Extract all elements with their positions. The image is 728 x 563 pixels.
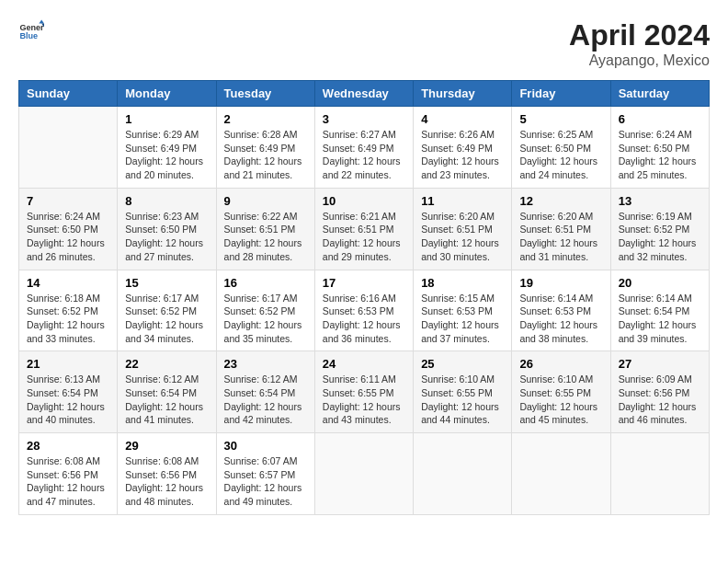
day-info: Sunrise: 6:17 AM Sunset: 6:52 PM Dayligh… xyxy=(125,292,208,346)
main-title: April 2024 xyxy=(569,18,710,52)
day-info: Sunrise: 6:07 AM Sunset: 6:57 PM Dayligh… xyxy=(224,454,307,509)
day-info: Sunrise: 6:20 AM Sunset: 6:51 PM Dayligh… xyxy=(421,210,504,264)
calendar-cell xyxy=(314,433,413,515)
day-info: Sunrise: 6:16 AM Sunset: 6:53 PM Dayligh… xyxy=(323,292,405,346)
day-info: Sunrise: 6:18 AM Sunset: 6:52 PM Dayligh… xyxy=(27,292,109,346)
calendar-cell: 3Sunrise: 6:27 AM Sunset: 6:49 PM Daylig… xyxy=(314,107,413,189)
weekday-header-thursday: Thursday xyxy=(414,81,512,107)
day-info: Sunrise: 6:23 AM Sunset: 6:50 PM Dayligh… xyxy=(125,210,208,264)
day-info: Sunrise: 6:20 AM Sunset: 6:51 PM Dayligh… xyxy=(519,210,602,264)
calendar-cell: 29Sunrise: 6:08 AM Sunset: 6:56 PM Dayli… xyxy=(118,433,216,515)
week-row-5: 28Sunrise: 6:08 AM Sunset: 6:56 PM Dayli… xyxy=(19,433,710,515)
day-info: Sunrise: 6:14 AM Sunset: 6:54 PM Dayligh… xyxy=(619,292,701,346)
svg-text:Blue: Blue xyxy=(19,31,38,40)
weekday-header-saturday: Saturday xyxy=(610,81,709,107)
day-info: Sunrise: 6:10 AM Sunset: 6:55 PM Dayligh… xyxy=(421,373,504,427)
day-number: 22 xyxy=(125,357,208,371)
subtitle: Ayapango, Mexico xyxy=(569,52,710,69)
week-row-2: 7Sunrise: 6:24 AM Sunset: 6:50 PM Daylig… xyxy=(19,188,710,270)
calendar-cell: 8Sunrise: 6:23 AM Sunset: 6:50 PM Daylig… xyxy=(118,188,216,270)
day-info: Sunrise: 6:12 AM Sunset: 6:54 PM Dayligh… xyxy=(125,373,208,427)
day-number: 21 xyxy=(27,357,109,371)
day-number: 6 xyxy=(619,112,701,126)
calendar-cell: 2Sunrise: 6:28 AM Sunset: 6:49 PM Daylig… xyxy=(216,107,314,189)
calendar-cell: 25Sunrise: 6:10 AM Sunset: 6:55 PM Dayli… xyxy=(414,351,512,433)
calendar-cell: 7Sunrise: 6:24 AM Sunset: 6:50 PM Daylig… xyxy=(19,188,118,270)
calendar-cell: 19Sunrise: 6:14 AM Sunset: 6:53 PM Dayli… xyxy=(512,270,610,351)
day-number: 1 xyxy=(125,112,208,126)
logo-icon: General Blue xyxy=(18,18,44,44)
calendar-cell: 15Sunrise: 6:17 AM Sunset: 6:52 PM Dayli… xyxy=(118,270,216,351)
day-number: 25 xyxy=(421,357,504,371)
calendar-cell xyxy=(610,433,709,515)
calendar-cell xyxy=(414,433,512,515)
day-info: Sunrise: 6:10 AM Sunset: 6:55 PM Dayligh… xyxy=(519,373,602,427)
day-info: Sunrise: 6:14 AM Sunset: 6:53 PM Dayligh… xyxy=(519,292,602,346)
day-info: Sunrise: 6:24 AM Sunset: 6:50 PM Dayligh… xyxy=(27,210,109,264)
day-number: 9 xyxy=(224,194,307,208)
weekday-header-friday: Friday xyxy=(512,81,610,107)
calendar-cell: 5Sunrise: 6:25 AM Sunset: 6:50 PM Daylig… xyxy=(512,107,610,189)
day-info: Sunrise: 6:13 AM Sunset: 6:54 PM Dayligh… xyxy=(27,373,109,427)
day-info: Sunrise: 6:27 AM Sunset: 6:49 PM Dayligh… xyxy=(323,128,405,182)
calendar-cell: 16Sunrise: 6:17 AM Sunset: 6:52 PM Dayli… xyxy=(216,270,314,351)
calendar-cell: 21Sunrise: 6:13 AM Sunset: 6:54 PM Dayli… xyxy=(19,351,118,433)
calendar-cell xyxy=(512,433,610,515)
calendar-cell: 14Sunrise: 6:18 AM Sunset: 6:52 PM Dayli… xyxy=(19,270,118,351)
calendar-table: SundayMondayTuesdayWednesdayThursdayFrid… xyxy=(18,80,710,515)
calendar-cell: 26Sunrise: 6:10 AM Sunset: 6:55 PM Dayli… xyxy=(512,351,610,433)
calendar-cell: 20Sunrise: 6:14 AM Sunset: 6:54 PM Dayli… xyxy=(610,270,709,351)
day-number: 16 xyxy=(224,276,307,290)
day-info: Sunrise: 6:21 AM Sunset: 6:51 PM Dayligh… xyxy=(323,210,405,264)
day-number: 4 xyxy=(421,112,504,126)
week-row-4: 21Sunrise: 6:13 AM Sunset: 6:54 PM Dayli… xyxy=(19,351,710,433)
calendar-cell: 24Sunrise: 6:11 AM Sunset: 6:55 PM Dayli… xyxy=(314,351,413,433)
day-info: Sunrise: 6:15 AM Sunset: 6:53 PM Dayligh… xyxy=(421,292,504,346)
day-info: Sunrise: 6:08 AM Sunset: 6:56 PM Dayligh… xyxy=(125,454,208,509)
day-number: 7 xyxy=(27,194,109,208)
day-info: Sunrise: 6:17 AM Sunset: 6:52 PM Dayligh… xyxy=(224,292,307,346)
day-number: 18 xyxy=(421,276,504,290)
day-number: 27 xyxy=(619,357,701,371)
day-info: Sunrise: 6:28 AM Sunset: 6:49 PM Dayligh… xyxy=(224,128,307,182)
day-info: Sunrise: 6:29 AM Sunset: 6:49 PM Dayligh… xyxy=(125,128,208,182)
calendar-cell: 13Sunrise: 6:19 AM Sunset: 6:52 PM Dayli… xyxy=(610,188,709,270)
day-number: 12 xyxy=(519,194,602,208)
day-number: 20 xyxy=(619,276,701,290)
calendar-cell: 1Sunrise: 6:29 AM Sunset: 6:49 PM Daylig… xyxy=(118,107,216,189)
day-number: 5 xyxy=(519,112,602,126)
week-row-1: 1Sunrise: 6:29 AM Sunset: 6:49 PM Daylig… xyxy=(19,107,710,189)
weekday-header-wednesday: Wednesday xyxy=(314,81,413,107)
page-header: General Blue April 2024 Ayapango, Mexico xyxy=(18,18,710,69)
calendar-cell: 30Sunrise: 6:07 AM Sunset: 6:57 PM Dayli… xyxy=(216,433,314,515)
calendar-cell: 18Sunrise: 6:15 AM Sunset: 6:53 PM Dayli… xyxy=(414,270,512,351)
day-number: 10 xyxy=(323,194,405,208)
day-number: 24 xyxy=(323,357,405,371)
day-info: Sunrise: 6:26 AM Sunset: 6:49 PM Dayligh… xyxy=(421,128,504,182)
day-number: 8 xyxy=(125,194,208,208)
calendar-cell: 17Sunrise: 6:16 AM Sunset: 6:53 PM Dayli… xyxy=(314,270,413,351)
header-row: SundayMondayTuesdayWednesdayThursdayFrid… xyxy=(19,81,710,107)
svg-marker-2 xyxy=(39,19,44,23)
calendar-cell: 28Sunrise: 6:08 AM Sunset: 6:56 PM Dayli… xyxy=(19,433,118,515)
day-number: 23 xyxy=(224,357,307,371)
weekday-header-monday: Monday xyxy=(118,81,216,107)
week-row-3: 14Sunrise: 6:18 AM Sunset: 6:52 PM Dayli… xyxy=(19,270,710,351)
svg-text:General: General xyxy=(19,23,44,32)
day-number: 17 xyxy=(323,276,405,290)
weekday-header-sunday: Sunday xyxy=(19,81,118,107)
calendar-cell: 23Sunrise: 6:12 AM Sunset: 6:54 PM Dayli… xyxy=(216,351,314,433)
weekday-header-tuesday: Tuesday xyxy=(216,81,314,107)
day-number: 2 xyxy=(224,112,307,126)
calendar-cell: 27Sunrise: 6:09 AM Sunset: 6:56 PM Dayli… xyxy=(610,351,709,433)
title-area: April 2024 Ayapango, Mexico xyxy=(569,18,710,69)
calendar-cell: 9Sunrise: 6:22 AM Sunset: 6:51 PM Daylig… xyxy=(216,188,314,270)
day-info: Sunrise: 6:25 AM Sunset: 6:50 PM Dayligh… xyxy=(519,128,602,182)
day-number: 29 xyxy=(125,439,208,453)
calendar-cell: 4Sunrise: 6:26 AM Sunset: 6:49 PM Daylig… xyxy=(414,107,512,189)
calendar-cell xyxy=(19,107,118,189)
calendar-cell: 22Sunrise: 6:12 AM Sunset: 6:54 PM Dayli… xyxy=(118,351,216,433)
calendar-cell: 6Sunrise: 6:24 AM Sunset: 6:50 PM Daylig… xyxy=(610,107,709,189)
day-number: 11 xyxy=(421,194,504,208)
day-number: 14 xyxy=(27,276,109,290)
